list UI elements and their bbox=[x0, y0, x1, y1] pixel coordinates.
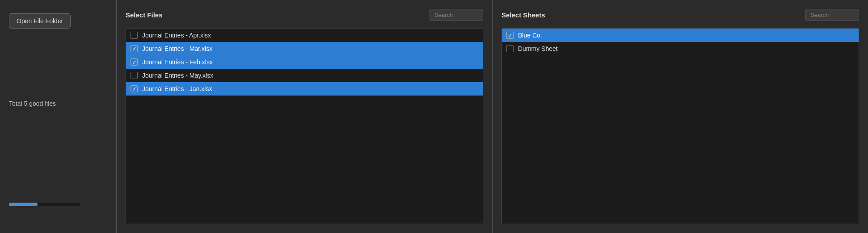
files-panel-title: Select Files bbox=[126, 11, 163, 19]
files-panel-header: Select Files bbox=[126, 9, 483, 21]
sheets-panel-title: Select Sheets bbox=[501, 11, 545, 19]
left-panel: Open File Folder Total 5 good files bbox=[0, 0, 116, 233]
file-item-label: Journal Entries - Mar.xlsx bbox=[142, 45, 212, 52]
sheet-item-label: Dummy Sheet bbox=[518, 45, 558, 52]
file-item-label: Journal Entries - May.xlsx bbox=[142, 72, 213, 79]
file-list-item[interactable]: Journal Entries - May.xlsx bbox=[126, 69, 483, 82]
open-folder-button[interactable]: Open File Folder bbox=[9, 13, 71, 29]
progress-bar-fill bbox=[9, 203, 38, 206]
file-item-label: Journal Entries - Feb.xlsx bbox=[142, 58, 213, 66]
file-list-item[interactable]: ✓Journal Entries - Mar.xlsx bbox=[126, 42, 483, 55]
sheet-list: ✓Blue Co.Dummy Sheet bbox=[501, 28, 859, 224]
file-checkbox[interactable] bbox=[131, 72, 138, 79]
file-item-label: Journal Entries - Jan.xlsx bbox=[142, 85, 212, 92]
sheet-checkbox[interactable] bbox=[506, 45, 514, 52]
sheets-search-input[interactable] bbox=[805, 9, 859, 21]
progress-bar-container bbox=[9, 203, 80, 206]
file-list-item[interactable]: Journal Entries - Apr.xlsx bbox=[126, 29, 483, 42]
files-search-input[interactable] bbox=[430, 9, 483, 21]
status-text: Total 5 good files bbox=[9, 100, 107, 107]
files-panel: Select Files Journal Entries - Apr.xlsx✓… bbox=[117, 0, 492, 233]
sheet-list-item[interactable]: Dummy Sheet bbox=[502, 42, 859, 55]
sheet-item-label: Blue Co. bbox=[518, 32, 542, 39]
file-checkbox[interactable] bbox=[131, 32, 138, 39]
sheets-panel-header: Select Sheets bbox=[501, 9, 859, 21]
file-checkbox[interactable]: ✓ bbox=[131, 58, 138, 66]
sheet-list-item[interactable]: ✓Blue Co. bbox=[502, 29, 859, 42]
sheet-checkbox[interactable]: ✓ bbox=[506, 32, 514, 39]
file-list: Journal Entries - Apr.xlsx✓Journal Entri… bbox=[126, 28, 483, 224]
file-list-item[interactable]: ✓Journal Entries - Jan.xlsx bbox=[126, 82, 483, 96]
file-checkbox[interactable]: ✓ bbox=[131, 85, 138, 92]
file-list-item[interactable]: ✓Journal Entries - Feb.xlsx bbox=[126, 55, 483, 69]
file-checkbox[interactable]: ✓ bbox=[131, 45, 138, 52]
sheets-panel: Select Sheets ✓Blue Co.Dummy Sheet bbox=[493, 0, 868, 233]
file-item-label: Journal Entries - Apr.xlsx bbox=[142, 32, 211, 39]
